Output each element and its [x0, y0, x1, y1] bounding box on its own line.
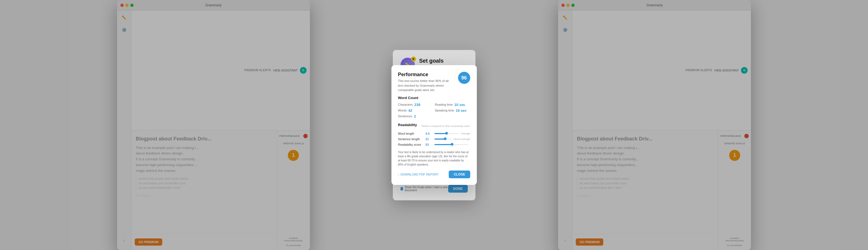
window-2: Grammarly ✏️ ⚙️ ↓ PREMIUM ALERTS HIDE AS… [558, 0, 751, 250]
modal-overlay-2: Performance This text scores better than… [558, 0, 751, 250]
